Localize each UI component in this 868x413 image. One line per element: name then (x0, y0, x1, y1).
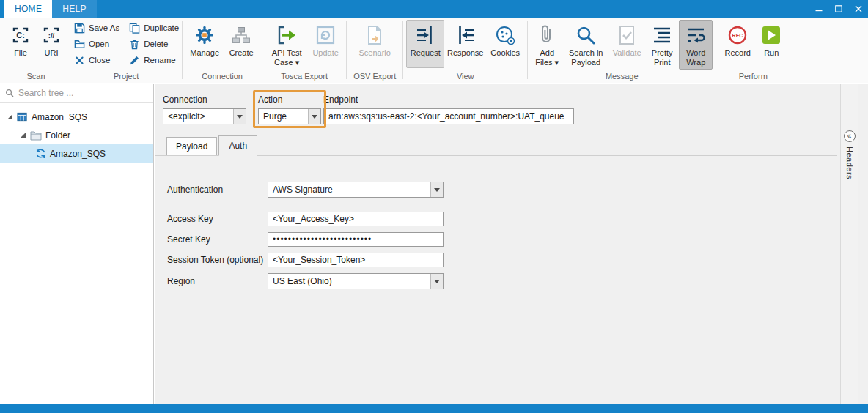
duplicate-button[interactable]: Duplicate (128, 22, 179, 34)
record-icon: REC (727, 23, 749, 48)
pretty-print-label: Pretty Print (647, 48, 677, 67)
response-button[interactable]: Response (444, 20, 486, 68)
chevron-down-icon[interactable] (430, 274, 443, 289)
ribbon-group-label-tosca-export: Tosca Export (263, 72, 345, 83)
ribbon-group-scan: C: File :// URI Scan (3, 18, 69, 83)
ribbon-group-message: Add Files ▾ Search in Payload Validate (529, 18, 715, 83)
pretty-print-button[interactable]: Pretty Print (645, 20, 679, 70)
endpoint-label: Endpoint (323, 94, 358, 105)
search-icon (5, 89, 14, 97)
ribbon-separator (262, 21, 262, 79)
maximize-button[interactable] (828, 0, 848, 18)
headers-rail-strip: « Headers (840, 84, 858, 404)
duplicate-label: Duplicate (144, 23, 179, 32)
tree-search (0, 84, 153, 103)
validate-label: Validate (613, 48, 641, 58)
expander-icon[interactable] (19, 132, 26, 138)
api-test-case-button[interactable]: API Test Case ▾ (265, 20, 308, 70)
response-label: Response (447, 48, 484, 58)
export-arrow-icon (276, 23, 298, 48)
access-key-input[interactable] (268, 212, 444, 226)
open-button[interactable]: Open (73, 38, 119, 50)
window-controls (809, 0, 868, 18)
expander-icon[interactable] (6, 114, 13, 120)
tab-home[interactable]: HOME (4, 0, 52, 18)
region-dropdown[interactable]: US East (Ohio) (268, 273, 444, 289)
delete-button[interactable]: Delete (128, 38, 179, 50)
close-button[interactable] (848, 0, 868, 18)
uri-button[interactable]: :// URI (36, 20, 67, 68)
rename-button[interactable]: Rename (128, 54, 179, 66)
magnifier-icon (575, 23, 597, 48)
update-button[interactable]: Update (308, 20, 343, 68)
maximize-icon (835, 5, 842, 12)
scenario-document-icon (364, 23, 386, 48)
record-button[interactable]: REC Record (719, 20, 756, 68)
save-icon (73, 23, 85, 34)
scenario-button[interactable]: Scenario (354, 20, 395, 68)
tab-auth[interactable]: Auth (218, 135, 257, 156)
save-as-button[interactable]: Save As (73, 22, 119, 34)
file-button[interactable]: C: File (5, 20, 36, 68)
status-bar (0, 404, 868, 413)
chevron-down-icon[interactable] (430, 182, 443, 197)
tree-node-folder[interactable]: Folder (0, 126, 153, 144)
region-value: US East (Ohio) (268, 274, 430, 289)
connection-dropdown[interactable]: <explicit> (163, 108, 246, 124)
word-wrap-button[interactable]: Word Wrap (679, 20, 713, 70)
tree-node-amazon-sqs-root[interactable]: Amazon_SQS (0, 108, 153, 126)
update-label: Update (312, 48, 338, 58)
authentication-value: AWS Signature (268, 182, 430, 197)
access-key-label: Access Key (167, 214, 213, 224)
ribbon-group-label-project: Project (71, 72, 181, 83)
request-editor: Connection <explicit> Action Purge Endpo… (155, 84, 868, 404)
uri-button-label: URI (45, 48, 59, 58)
create-label: Create (229, 48, 254, 58)
ribbon-separator (182, 21, 183, 79)
validate-button[interactable]: Validate (608, 20, 645, 68)
headers-side-tab[interactable]: « Headers (841, 130, 858, 179)
ribbon: C: File :// URI Scan S (0, 18, 868, 83)
add-files-button[interactable]: Add Files ▾ (531, 20, 563, 70)
authentication-dropdown[interactable]: AWS Signature (268, 182, 444, 198)
request-button[interactable]: Request (406, 20, 444, 68)
play-icon (760, 23, 782, 48)
update-sync-icon (315, 23, 336, 48)
collapse-chevrons-icon[interactable]: « (844, 130, 856, 142)
tree-node-amazon-sqs-message[interactable]: Amazon_SQS (0, 144, 153, 163)
run-button[interactable]: Run (756, 20, 787, 68)
title-bar: HOME HELP (0, 0, 868, 18)
tab-help[interactable]: HELP (52, 0, 97, 18)
manage-connection-button[interactable]: Manage (185, 20, 224, 68)
headers-side-tab-label: Headers (845, 146, 854, 179)
session-token-label: Session Token (optional) (167, 255, 263, 265)
tab-payload[interactable]: Payload (166, 137, 217, 155)
collapse-glyph: « (847, 133, 852, 140)
action-dropdown[interactable]: Purge (258, 108, 321, 124)
tree-search-input[interactable] (18, 88, 148, 98)
delete-label: Delete (144, 40, 168, 48)
secret-key-input[interactable] (268, 232, 444, 247)
close-x-icon (73, 56, 85, 65)
ribbon-separator (527, 21, 528, 79)
uri-icon: :// (41, 23, 62, 48)
cookies-label: Cookies (490, 48, 520, 58)
paperclip-icon (536, 23, 558, 48)
close-project-button[interactable]: Close (73, 54, 119, 66)
cookies-button[interactable]: Cookies (486, 20, 524, 68)
ribbon-group-perform: REC Record Run Perform (717, 18, 789, 83)
create-connection-button[interactable]: Create (224, 20, 259, 68)
scenario-label: Scenario (358, 48, 390, 58)
folder-icon (30, 130, 42, 141)
chevron-down-icon[interactable] (308, 109, 320, 124)
chevron-down-icon[interactable] (233, 109, 246, 124)
duplicate-icon (128, 23, 140, 34)
search-in-payload-button[interactable]: Search in Payload (563, 20, 608, 70)
region-label: Region (167, 276, 195, 286)
save-as-label: Save As (89, 23, 119, 32)
session-token-input[interactable] (268, 253, 444, 267)
endpoint-input[interactable] (323, 108, 574, 124)
ribbon-group-connection: Manage Create Connection (183, 18, 261, 83)
minimize-button[interactable] (809, 0, 828, 18)
record-label: Record (725, 48, 751, 58)
